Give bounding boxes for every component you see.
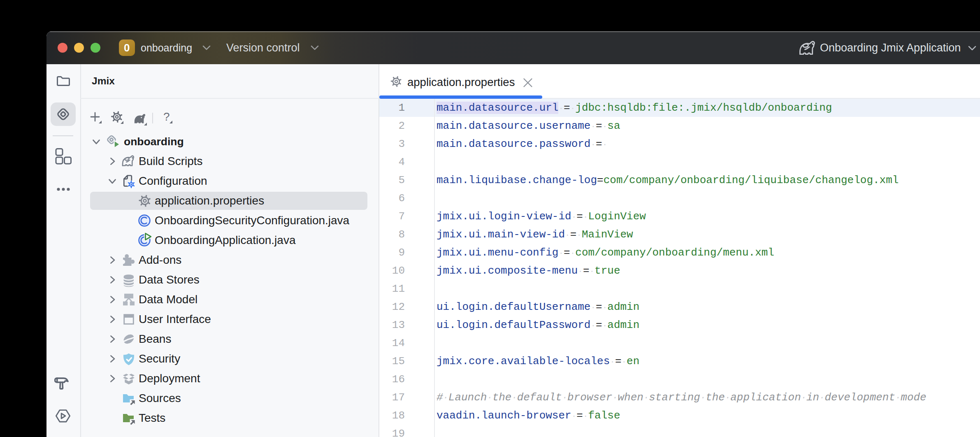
svg-text:?: ? xyxy=(163,111,170,123)
